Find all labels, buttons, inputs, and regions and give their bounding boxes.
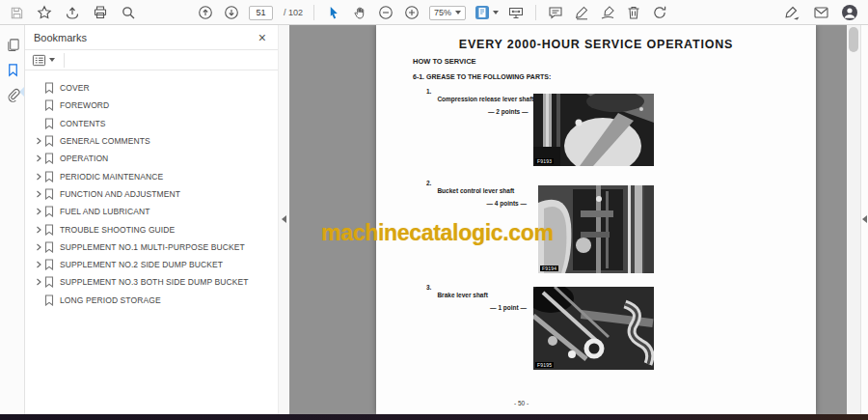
- bookmark-item-fuel-and-lubricant[interactable]: FUEL AND LUBRICANT: [25, 203, 278, 220]
- email-icon[interactable]: [812, 3, 829, 22]
- bookmark-label: SUPPLEMENT NO.1 MULTI-PURPOSE BUCKET: [60, 242, 245, 252]
- bookmark-label: SUPPLEMENT NO.2 SIDE DUMP BUCKET: [60, 260, 223, 269]
- chevron-right-icon[interactable]: [32, 190, 44, 198]
- bookmark-icon: [44, 153, 60, 164]
- page-thumbnails-icon[interactable]: [5, 37, 21, 53]
- sign-icon[interactable]: [599, 3, 616, 22]
- comment-icon[interactable]: [547, 3, 564, 22]
- chevron-down-icon: [49, 58, 55, 62]
- bookmark-label: LONG PERIOD STORAGE: [60, 295, 161, 305]
- scrollbar-thumb[interactable]: [849, 27, 858, 52]
- page-title: EVERY 2000-HOUR SERVICE OPERATIONS: [376, 38, 816, 51]
- profile-icon[interactable]: [841, 3, 858, 22]
- item-label: Bucket control lever shaft: [437, 187, 514, 194]
- chevron-right-icon[interactable]: [32, 261, 44, 268]
- chevron-right-icon[interactable]: [32, 137, 44, 145]
- zoom-out-icon[interactable]: [377, 3, 394, 22]
- figure-photo-compression-release: F9193: [533, 94, 654, 166]
- toolbar-divider: [535, 5, 536, 20]
- bookmark-item-cover[interactable]: COVER: [25, 79, 278, 97]
- chevron-right-icon[interactable]: [32, 226, 44, 234]
- bookmark-item-foreword[interactable]: FOREWORD: [25, 97, 278, 114]
- bookmark-item-long-period-storage[interactable]: LONG PERIOD STORAGE: [25, 292, 278, 309]
- bookmark-label: SUPPLEMENT NO.3 BOTH SIDE DUMP BUCKET: [60, 277, 249, 287]
- fit-width-icon[interactable]: [507, 3, 525, 22]
- bookmark-item-supplement-no3[interactable]: SUPPLEMENT NO.3 BOTH SIDE DUMP BUCKET: [25, 273, 278, 291]
- bookmark-icon: [44, 276, 60, 288]
- close-icon[interactable]: ×: [258, 31, 266, 44]
- fill-sign-icon[interactable]: [783, 3, 800, 22]
- search-icon[interactable]: [120, 3, 137, 22]
- item-points: — 1 point —: [437, 304, 532, 311]
- panel-collapse-handle[interactable]: [278, 25, 289, 414]
- bookmark-icon: [44, 259, 60, 270]
- chevron-right-icon[interactable]: [32, 243, 44, 251]
- right-panel-collapse-handle[interactable]: [860, 25, 868, 414]
- trash-icon[interactable]: [625, 3, 642, 22]
- bookmark-icon: [44, 206, 60, 217]
- zoom-level-select[interactable]: 75%: [429, 6, 466, 20]
- figure-photo-brake-lever: F9195: [533, 287, 654, 370]
- top-toolbar: 51 / 102 75%: [0, 0, 868, 25]
- bookmark-item-operation[interactable]: OPERATION: [25, 150, 278, 167]
- item-points: — 4 points —: [437, 200, 532, 207]
- bookmark-icon: [44, 241, 60, 253]
- bookmark-label: FUEL AND LUBRICANT: [60, 207, 150, 216]
- select-tool-icon[interactable]: [325, 3, 342, 22]
- page-number-input[interactable]: 51: [249, 6, 273, 20]
- save-icon[interactable]: [8, 3, 25, 22]
- highlight-icon[interactable]: [573, 3, 590, 22]
- bookmark-label: FOREWORD: [60, 100, 109, 110]
- vertical-scrollbar[interactable]: [847, 25, 860, 414]
- bookmark-options-icon[interactable]: [32, 53, 55, 68]
- bookmark-icon: [44, 135, 60, 147]
- bookmark-item-periodic-maintenance[interactable]: PERIODIC MAINTENANCE: [25, 167, 278, 184]
- bookmark-label: GENERAL COMMENTS: [60, 136, 150, 146]
- collapse-left-icon[interactable]: [282, 215, 286, 223]
- share-icon[interactable]: [64, 3, 81, 22]
- chevron-right-icon[interactable]: [32, 173, 44, 181]
- bookmark-label: OPERATION: [60, 154, 108, 163]
- bookmarks-panel-title: Bookmarks: [34, 32, 87, 43]
- print-icon[interactable]: [92, 3, 109, 22]
- chevron-right-icon[interactable]: [32, 278, 44, 286]
- chevron-right-icon[interactable]: [32, 208, 44, 215]
- toolbar-divider: [64, 53, 65, 68]
- figure-label: F9194: [540, 266, 558, 272]
- star-icon[interactable]: [36, 3, 53, 22]
- figure-photo-bucket-control: F9194: [538, 185, 654, 273]
- bottom-bar: [0, 414, 868, 420]
- bookmark-item-function-and-adjustment[interactable]: FUNCTION AND ADJUSTMENT: [25, 185, 278, 203]
- bookmark-icon: [44, 294, 60, 306]
- hand-tool-icon[interactable]: [351, 3, 368, 22]
- zoom-in-icon[interactable]: [403, 3, 420, 22]
- bookmark-icon: [44, 171, 60, 182]
- bookmark-item-general-comments[interactable]: GENERAL COMMENTS: [25, 132, 278, 150]
- bookmark-item-trouble-shooting-guide[interactable]: TROUBLE SHOOTING GUIDE: [25, 220, 278, 238]
- bookmarks-panel-header: Bookmarks ×: [25, 25, 278, 50]
- left-panel-rail: [0, 25, 25, 414]
- bookmark-icon: [44, 224, 60, 236]
- collapse-left-icon[interactable]: [862, 215, 867, 223]
- chevron-right-icon[interactable]: [32, 154, 44, 162]
- bookmark-label: CONTENTS: [60, 119, 106, 128]
- bookmark-item-supplement-no1[interactable]: SUPPLEMENT NO.1 MULTI-PURPOSE BUCKET: [25, 238, 278, 256]
- item-label: Brake lever shaft: [437, 292, 487, 298]
- item-label: Compression release lever shaft: [437, 96, 533, 102]
- bookmark-label: FUNCTION AND ADJUSTMENT: [60, 189, 180, 199]
- refresh-icon[interactable]: [651, 3, 668, 22]
- item-points: — 2 points —: [437, 108, 533, 115]
- page-up-icon[interactable]: [197, 3, 214, 22]
- chevron-down-icon: [455, 11, 461, 14]
- section-heading: HOW TO SERVICE: [413, 57, 476, 66]
- bookmark-item-contents[interactable]: CONTENTS: [25, 115, 278, 132]
- bookmark-item-supplement-no2[interactable]: SUPPLEMENT NO.2 SIDE DUMP BUCKET: [25, 256, 278, 273]
- item-number: 1.: [426, 88, 431, 115]
- page-view-mode-select[interactable]: [475, 5, 499, 20]
- page-down-icon[interactable]: [223, 3, 240, 22]
- bookmarks-toolbar: [25, 50, 278, 70]
- list-item: 1. Compression release lever shaft — 2 p…: [426, 88, 532, 115]
- attachments-icon[interactable]: [5, 87, 21, 103]
- section-subheading: 6-1. GREASE TO THE FOLLOWING PARTS:: [413, 73, 551, 80]
- bookmarks-icon[interactable]: [5, 62, 21, 78]
